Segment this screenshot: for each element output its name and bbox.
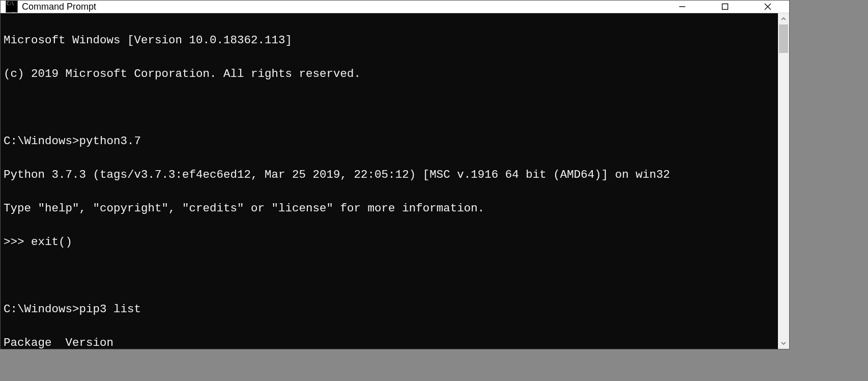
scroll-up-button[interactable] [778, 13, 789, 24]
command-prompt-window: Command Prompt Microsoft Windows [Versio… [0, 0, 790, 349]
output-line: >>> exit() [4, 234, 775, 251]
output-blank [4, 267, 775, 284]
minimize-button[interactable] [661, 1, 704, 13]
close-button[interactable] [746, 1, 789, 13]
vertical-scrollbar[interactable] [778, 13, 789, 349]
prompt-text: C:\Windows> [4, 134, 79, 148]
python-prompt: >>> [4, 235, 31, 249]
output-line: (c) 2019 Microsoft Corporation. All righ… [4, 66, 775, 83]
chevron-up-icon [781, 16, 786, 21]
command-text: exit() [31, 235, 72, 249]
scrollbar-thumb[interactable] [779, 24, 788, 53]
chevron-down-icon [781, 341, 786, 346]
command-text: pip3 list [79, 303, 141, 316]
close-icon [764, 3, 772, 11]
cmd-app-icon [6, 1, 18, 13]
client-area: Microsoft Windows [Version 10.0.18362.11… [1, 13, 789, 349]
output-line: C:\Windows>pip3 list [4, 301, 775, 318]
minimize-icon [678, 3, 686, 11]
terminal-output[interactable]: Microsoft Windows [Version 10.0.18362.11… [1, 13, 778, 349]
pip-header: Package Version [4, 335, 775, 349]
output-line: Microsoft Windows [Version 10.0.18362.11… [4, 32, 775, 49]
prompt-text: C:\Windows> [4, 303, 79, 316]
maximize-icon [721, 3, 729, 11]
scrollbar-track[interactable] [778, 24, 789, 338]
window-title: Command Prompt [22, 2, 96, 12]
command-text: python3.7 [79, 134, 141, 148]
window-controls [661, 1, 789, 13]
output-line: Type "help", "copyright", "credits" or "… [4, 200, 775, 217]
scroll-down-button[interactable] [778, 338, 789, 349]
titlebar[interactable]: Command Prompt [1, 1, 789, 13]
output-line: Python 3.7.3 (tags/v3.7.3:ef4ec6ed12, Ma… [4, 167, 775, 183]
maximize-button[interactable] [704, 1, 746, 13]
output-line: C:\Windows>python3.7 [4, 133, 775, 150]
output-blank [4, 99, 775, 116]
svg-rect-1 [722, 4, 728, 10]
